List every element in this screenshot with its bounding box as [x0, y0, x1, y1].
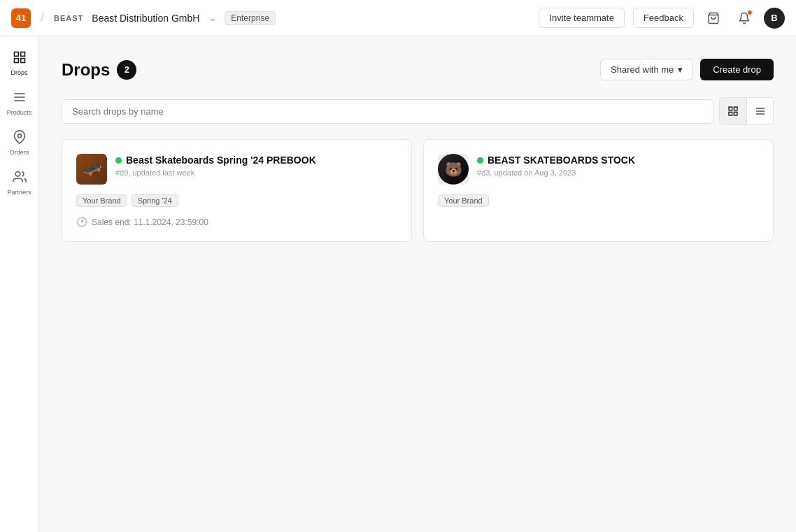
create-drop-button[interactable]: Create drop — [700, 59, 774, 80]
page-header: Drops 2 Shared with me ▾ Create drop — [62, 59, 774, 80]
drop-card-header: 🐻 BEAST SKATEBOARDS STOCK #d3, updated o… — [438, 154, 759, 185]
search-input[interactable] — [62, 99, 713, 124]
topbar-right: Invite teammate Feedback B — [539, 7, 785, 29]
notification-button[interactable] — [733, 7, 755, 29]
status-dot — [115, 157, 122, 164]
sidebar-item-orders[interactable]: Orders — [3, 124, 36, 161]
search-row — [62, 97, 774, 125]
drop-name: Beast Skateboards Spring '24 PREBOOK — [126, 154, 316, 166]
drop-meta: Beast Skateboards Spring '24 PREBOOK #d9… — [115, 154, 397, 177]
drop-name-row: BEAST SKATEBOARDS STOCK — [477, 154, 759, 166]
separator: / — [41, 10, 44, 25]
drop-card[interactable]: 🛹 Beast Skateboards Spring '24 PREBOOK #… — [62, 139, 412, 242]
enterprise-badge: Enterprise — [225, 11, 276, 25]
list-view-button[interactable] — [746, 98, 773, 124]
invite-teammate-button[interactable]: Invite teammate — [539, 8, 625, 28]
drops-icon — [13, 50, 27, 68]
svg-point-9 — [15, 172, 20, 177]
sidebar-partners-label: Partners — [7, 189, 31, 196]
company-name: Beast Distribution GmbH — [92, 13, 199, 24]
drop-name-row: Beast Skateboards Spring '24 PREBOOK — [115, 154, 397, 166]
drop-card-header: 🛹 Beast Skateboards Spring '24 PREBOOK #… — [76, 154, 397, 185]
drop-name: BEAST SKATEBOARDS STOCK — [488, 154, 635, 166]
app-logo[interactable]: 41 — [11, 8, 31, 28]
drops-grid: 🛹 Beast Skateboards Spring '24 PREBOOK #… — [62, 139, 774, 242]
drop-tags: Your Brand — [438, 194, 759, 207]
shared-with-me-button[interactable]: Shared with me ▾ — [600, 59, 693, 80]
svg-rect-4 — [20, 59, 24, 63]
notification-dot — [747, 10, 753, 15]
sidebar-item-products[interactable]: Products — [3, 85, 36, 122]
page-title: Drops — [62, 60, 110, 80]
products-icon — [13, 90, 27, 108]
drop-meta: BEAST SKATEBOARDS STOCK #d3, updated on … — [477, 154, 759, 177]
svg-rect-2 — [20, 52, 24, 57]
drop-thumbnail: 🛹 — [76, 154, 107, 185]
sidebar-drops-label: Drops — [10, 69, 27, 76]
shared-with-me-label: Shared with me — [611, 64, 674, 75]
drop-tag: Your Brand — [438, 194, 489, 207]
drop-id-date: #d3, updated on Aug 3, 2023 — [477, 168, 759, 177]
drop-card[interactable]: 🐻 BEAST SKATEBOARDS STOCK #d3, updated o… — [423, 139, 774, 242]
clock-icon: 🕐 — [76, 217, 87, 227]
drops-count-badge: 2 — [117, 60, 136, 80]
svg-rect-11 — [734, 107, 737, 110]
user-avatar[interactable]: B — [764, 8, 785, 29]
sidebar-products-label: Products — [7, 109, 32, 116]
partners-icon — [13, 170, 27, 187]
shared-with-me-chevron-icon: ▾ — [678, 64, 683, 75]
sales-end-label: Sales end: 11.1.2024, 23:59:00 — [92, 217, 208, 227]
drop-tags: Your Brand Spring '24 — [76, 194, 397, 207]
feedback-button[interactable]: Feedback — [633, 8, 694, 28]
drop-footer: 🕐 Sales end: 11.1.2024, 23:59:00 — [76, 217, 397, 227]
drop-tag: Spring '24 — [132, 194, 178, 207]
drop-id-date: #d9, updated last week — [115, 168, 397, 177]
sidebar-item-drops[interactable]: Drops — [3, 45, 36, 82]
status-dot — [477, 157, 483, 164]
page-title-row: Drops 2 — [62, 60, 136, 80]
svg-rect-3 — [14, 59, 18, 63]
drop-tag: Your Brand — [76, 194, 127, 207]
svg-rect-13 — [734, 112, 737, 115]
page-actions: Shared with me ▾ Create drop — [600, 59, 774, 80]
main-content: Drops 2 Shared with me ▾ Create drop — [39, 36, 796, 532]
svg-rect-10 — [729, 107, 732, 110]
sidebar-orders-label: Orders — [10, 149, 29, 156]
svg-rect-1 — [14, 52, 18, 57]
svg-point-8 — [17, 134, 21, 138]
cart-button[interactable] — [702, 7, 725, 29]
grid-view-button[interactable] — [720, 98, 746, 124]
orders-icon — [13, 130, 27, 148]
drop-thumbnail: 🐻 — [438, 154, 469, 185]
sidebar: Drops Products Orders — [0, 36, 39, 532]
brand-text: BEAST — [54, 14, 83, 22]
sidebar-item-partners[interactable]: Partners — [3, 164, 36, 201]
topbar: 41 / BEAST Beast Distribution GmbH ⌄ Ent… — [0, 0, 796, 36]
view-toggle — [719, 97, 774, 125]
svg-rect-12 — [729, 112, 732, 115]
chevron-down-icon[interactable]: ⌄ — [209, 13, 216, 23]
